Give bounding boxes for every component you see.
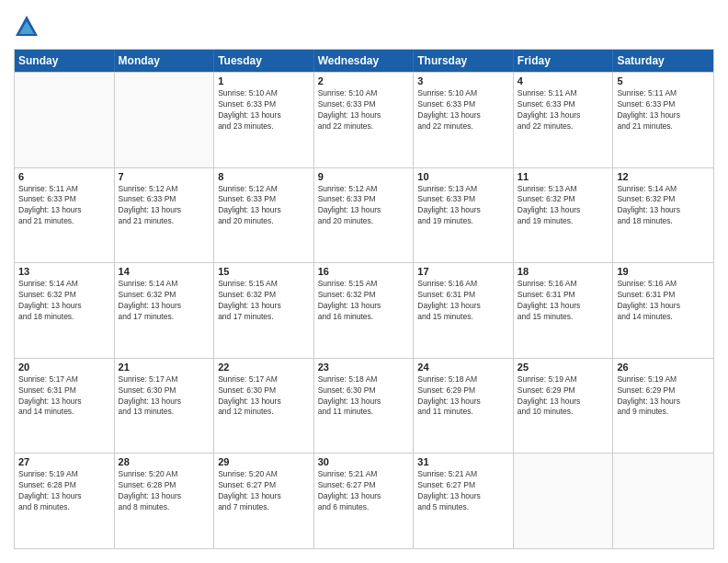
- cal-week-2: 6Sunrise: 5:11 AM Sunset: 6:33 PM Daylig…: [15, 167, 713, 263]
- day-number: 4: [518, 75, 609, 86]
- cal-cell: 14Sunrise: 5:14 AM Sunset: 6:32 PM Dayli…: [115, 263, 215, 358]
- day-info: Sunrise: 5:14 AM Sunset: 6:32 PM Dayligh…: [617, 184, 710, 228]
- day-info: Sunrise: 5:21 AM Sunset: 6:27 PM Dayligh…: [318, 469, 410, 513]
- day-info: Sunrise: 5:20 AM Sunset: 6:27 PM Dayligh…: [218, 469, 310, 513]
- cal-cell: 10Sunrise: 5:13 AM Sunset: 6:33 PM Dayli…: [414, 168, 514, 263]
- cal-header-sunday: Sunday: [15, 50, 115, 72]
- cal-cell: 11Sunrise: 5:13 AM Sunset: 6:32 PM Dayli…: [514, 168, 614, 263]
- day-number: 7: [119, 171, 210, 182]
- cal-cell: 21Sunrise: 5:17 AM Sunset: 6:30 PM Dayli…: [115, 359, 215, 454]
- cal-cell: 22Sunrise: 5:17 AM Sunset: 6:30 PM Dayli…: [214, 359, 314, 454]
- day-info: Sunrise: 5:12 AM Sunset: 6:33 PM Dayligh…: [218, 184, 310, 228]
- cal-cell: 23Sunrise: 5:18 AM Sunset: 6:30 PM Dayli…: [314, 359, 415, 454]
- day-number: 14: [119, 266, 210, 277]
- cal-cell: 26Sunrise: 5:19 AM Sunset: 6:29 PM Dayli…: [613, 359, 713, 454]
- day-info: Sunrise: 5:19 AM Sunset: 6:28 PM Dayligh…: [18, 469, 110, 513]
- day-info: Sunrise: 5:18 AM Sunset: 6:29 PM Dayligh…: [417, 374, 509, 419]
- cal-cell: 7Sunrise: 5:12 AM Sunset: 6:33 PM Daylig…: [115, 168, 215, 263]
- cal-cell: 5Sunrise: 5:11 AM Sunset: 6:33 PM Daylig…: [613, 73, 713, 167]
- cal-cell: 16Sunrise: 5:15 AM Sunset: 6:32 PM Dayli…: [314, 263, 415, 358]
- calendar-body: 1Sunrise: 5:10 AM Sunset: 6:33 PM Daylig…: [15, 72, 713, 548]
- day-info: Sunrise: 5:11 AM Sunset: 6:33 PM Dayligh…: [617, 88, 710, 132]
- cal-header-friday: Friday: [514, 50, 614, 72]
- day-info: Sunrise: 5:19 AM Sunset: 6:29 PM Dayligh…: [518, 374, 609, 419]
- cal-cell: 8Sunrise: 5:12 AM Sunset: 6:33 PM Daylig…: [214, 168, 314, 263]
- cal-cell: 19Sunrise: 5:16 AM Sunset: 6:31 PM Dayli…: [613, 263, 713, 358]
- cal-header-monday: Monday: [115, 50, 215, 72]
- cal-cell: 3Sunrise: 5:10 AM Sunset: 6:33 PM Daylig…: [414, 73, 514, 167]
- day-info: Sunrise: 5:11 AM Sunset: 6:33 PM Dayligh…: [18, 184, 110, 228]
- day-info: Sunrise: 5:12 AM Sunset: 6:33 PM Dayligh…: [318, 184, 410, 228]
- cal-header-tuesday: Tuesday: [214, 50, 314, 72]
- day-number: 1: [218, 75, 310, 86]
- logo: [14, 14, 43, 40]
- cal-cell: 17Sunrise: 5:16 AM Sunset: 6:31 PM Dayli…: [414, 263, 514, 358]
- cal-header-wednesday: Wednesday: [314, 50, 415, 72]
- day-info: Sunrise: 5:13 AM Sunset: 6:32 PM Dayligh…: [518, 184, 609, 228]
- cal-cell: 12Sunrise: 5:14 AM Sunset: 6:32 PM Dayli…: [613, 168, 713, 263]
- day-info: Sunrise: 5:10 AM Sunset: 6:33 PM Dayligh…: [218, 88, 310, 132]
- day-number: 12: [617, 171, 710, 182]
- day-info: Sunrise: 5:16 AM Sunset: 6:31 PM Dayligh…: [417, 279, 509, 323]
- day-number: 5: [617, 75, 710, 86]
- cal-week-5: 27Sunrise: 5:19 AM Sunset: 6:28 PM Dayli…: [15, 453, 713, 548]
- cal-cell: 25Sunrise: 5:19 AM Sunset: 6:29 PM Dayli…: [514, 359, 614, 454]
- cal-cell: 30Sunrise: 5:21 AM Sunset: 6:27 PM Dayli…: [314, 454, 415, 548]
- cal-cell: [613, 454, 713, 548]
- cal-cell: 31Sunrise: 5:21 AM Sunset: 6:27 PM Dayli…: [414, 454, 514, 548]
- cal-cell: 4Sunrise: 5:11 AM Sunset: 6:33 PM Daylig…: [514, 73, 614, 167]
- day-number: 21: [119, 362, 210, 373]
- day-number: 10: [417, 171, 509, 182]
- day-number: 27: [18, 456, 110, 467]
- day-info: Sunrise: 5:20 AM Sunset: 6:28 PM Dayligh…: [119, 469, 210, 513]
- day-number: 11: [518, 171, 609, 182]
- cal-header-thursday: Thursday: [414, 50, 514, 72]
- cal-cell: [115, 73, 215, 167]
- cal-cell: [514, 454, 614, 548]
- day-number: 26: [617, 362, 710, 373]
- calendar-header-row: SundayMondayTuesdayWednesdayThursdayFrid…: [15, 50, 713, 72]
- day-number: 17: [417, 266, 509, 277]
- cal-cell: 28Sunrise: 5:20 AM Sunset: 6:28 PM Dayli…: [115, 454, 215, 548]
- cal-cell: 1Sunrise: 5:10 AM Sunset: 6:33 PM Daylig…: [214, 73, 314, 167]
- cal-cell: 6Sunrise: 5:11 AM Sunset: 6:33 PM Daylig…: [15, 168, 115, 263]
- day-number: 18: [518, 266, 609, 277]
- day-info: Sunrise: 5:11 AM Sunset: 6:33 PM Dayligh…: [518, 88, 609, 132]
- day-info: Sunrise: 5:17 AM Sunset: 6:30 PM Dayligh…: [218, 374, 310, 419]
- day-info: Sunrise: 5:19 AM Sunset: 6:29 PM Dayligh…: [617, 374, 710, 419]
- day-number: 8: [218, 171, 310, 182]
- cal-header-saturday: Saturday: [613, 50, 713, 72]
- day-info: Sunrise: 5:12 AM Sunset: 6:33 PM Dayligh…: [119, 184, 210, 228]
- day-number: 28: [119, 456, 210, 467]
- day-info: Sunrise: 5:10 AM Sunset: 6:33 PM Dayligh…: [318, 88, 410, 132]
- day-info: Sunrise: 5:17 AM Sunset: 6:31 PM Dayligh…: [18, 374, 110, 419]
- cal-cell: 18Sunrise: 5:16 AM Sunset: 6:31 PM Dayli…: [514, 263, 614, 358]
- cal-cell: 27Sunrise: 5:19 AM Sunset: 6:28 PM Dayli…: [15, 454, 115, 548]
- day-number: 3: [417, 75, 509, 86]
- day-number: 6: [18, 171, 110, 182]
- day-info: Sunrise: 5:14 AM Sunset: 6:32 PM Dayligh…: [18, 279, 110, 323]
- cal-cell: 9Sunrise: 5:12 AM Sunset: 6:33 PM Daylig…: [314, 168, 415, 263]
- day-number: 25: [518, 362, 609, 373]
- day-info: Sunrise: 5:15 AM Sunset: 6:32 PM Dayligh…: [218, 279, 310, 323]
- day-number: 24: [417, 362, 509, 373]
- day-info: Sunrise: 5:13 AM Sunset: 6:33 PM Dayligh…: [417, 184, 509, 228]
- day-info: Sunrise: 5:21 AM Sunset: 6:27 PM Dayligh…: [417, 469, 509, 513]
- day-number: 16: [318, 266, 410, 277]
- day-info: Sunrise: 5:10 AM Sunset: 6:33 PM Dayligh…: [417, 88, 509, 132]
- cal-week-3: 13Sunrise: 5:14 AM Sunset: 6:32 PM Dayli…: [15, 262, 713, 358]
- day-number: 23: [318, 362, 410, 373]
- day-number: 22: [218, 362, 310, 373]
- day-number: 15: [218, 266, 310, 277]
- cal-cell: [15, 73, 115, 167]
- day-info: Sunrise: 5:14 AM Sunset: 6:32 PM Dayligh…: [119, 279, 210, 323]
- day-info: Sunrise: 5:17 AM Sunset: 6:30 PM Dayligh…: [119, 374, 210, 419]
- day-number: 29: [218, 456, 310, 467]
- cal-cell: 29Sunrise: 5:20 AM Sunset: 6:27 PM Dayli…: [214, 454, 314, 548]
- calendar: SundayMondayTuesdayWednesdayThursdayFrid…: [14, 49, 714, 549]
- day-info: Sunrise: 5:16 AM Sunset: 6:31 PM Dayligh…: [518, 279, 609, 323]
- day-number: 30: [318, 456, 410, 467]
- day-number: 2: [318, 75, 410, 86]
- logo-icon: [14, 14, 40, 40]
- cal-cell: 2Sunrise: 5:10 AM Sunset: 6:33 PM Daylig…: [314, 73, 415, 167]
